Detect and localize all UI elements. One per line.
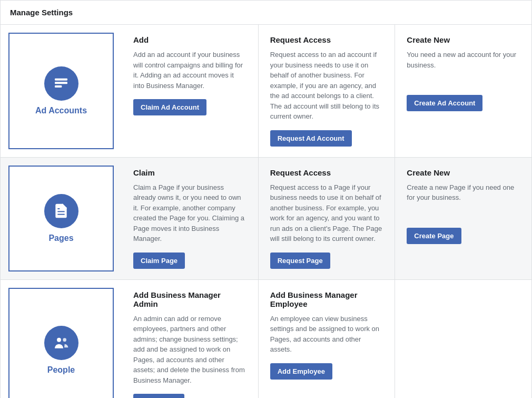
section-people: People Add Business Manager Admin An adm… (1, 280, 531, 399)
ad-accounts-label: Ad Accounts (35, 106, 87, 115)
section-pages: Pages Claim Claim a Page if your busines… (1, 158, 531, 280)
ad-accounts-create-col: Create New You need a new ad account for… (395, 25, 531, 157)
people-employee-desc: An employee can view business settings a… (270, 314, 383, 355)
claim-ad-account-button[interactable]: Claim Ad Account (133, 99, 206, 115)
request-ad-account-button[interactable]: Request Ad Account (270, 130, 352, 147)
ad-accounts-request-col: Request Access Request access to an ad a… (258, 25, 395, 157)
pages-create-title: Create New (407, 168, 520, 177)
people-icon-area: People (8, 288, 114, 399)
pages-icon (53, 202, 70, 219)
pages-claim-title: Claim (133, 168, 247, 177)
svg-rect-2 (55, 85, 62, 88)
svg-point-5 (57, 338, 61, 342)
svg-point-6 (63, 338, 66, 342)
ad-accounts-columns: Add Add an ad account if your business w… (122, 25, 531, 157)
pages-icon-area: Pages (8, 166, 114, 271)
people-icon (53, 334, 70, 351)
ad-accounts-add-col: Add Add an ad account if your business w… (122, 25, 258, 157)
people-admin-desc: An admin can add or remove employees, pa… (133, 314, 247, 386)
create-page-button[interactable]: Create Page (407, 228, 461, 244)
pages-claim-col: Claim Claim a Page if your business alre… (122, 158, 258, 279)
pages-create-desc: Create a new Page if you need one for yo… (407, 182, 520, 219)
svg-rect-0 (55, 79, 67, 81)
people-employee-title: Add Business Manager Employee (270, 290, 383, 308)
pages-request-desc: Request access to a Page if your busines… (270, 182, 383, 244)
request-page-button[interactable]: Request Page (270, 253, 330, 269)
ad-accounts-icon (53, 75, 70, 92)
people-admin-col: Add Business Manager Admin An admin can … (122, 280, 258, 399)
add-admin-button[interactable]: Add Admin (133, 394, 184, 398)
pages-label: Pages (48, 234, 73, 243)
people-icon-circle (44, 326, 78, 360)
section-ad-accounts: Ad Accounts Add Add an ad account if you… (1, 25, 531, 158)
ad-accounts-icon-circle (44, 66, 78, 101)
manage-settings-header: Manage Settings (1, 1, 531, 25)
ad-accounts-icon-area: Ad Accounts (8, 33, 114, 149)
pages-request-col: Request Access Request access to a Page … (258, 158, 395, 279)
people-columns: Add Business Manager Admin An admin can … (122, 280, 531, 399)
claim-page-button[interactable]: Claim Page (133, 253, 185, 269)
ad-accounts-request-desc: Request access to an ad account if your … (270, 50, 383, 122)
people-empty-col (395, 280, 531, 399)
people-employee-col: Add Business Manager Employee An employe… (258, 280, 395, 399)
ad-accounts-create-title: Create New (407, 35, 520, 44)
ad-accounts-create-desc: You need a new ad account for your busin… (407, 50, 520, 86)
people-admin-title: Add Business Manager Admin (133, 290, 247, 308)
pages-create-col: Create New Create a new Page if you need… (395, 158, 531, 279)
ad-accounts-add-desc: Add an ad account if your business will … (133, 50, 247, 91)
pages-claim-desc: Claim a Page if your business already ow… (133, 182, 247, 244)
create-ad-account-button[interactable]: Create Ad Account (407, 95, 482, 111)
ad-accounts-add-title: Add (133, 35, 247, 44)
pages-columns: Claim Claim a Page if your business alre… (122, 158, 531, 279)
page-wrapper: Manage Settings Ad Accounts Add Add an a… (0, 0, 532, 398)
people-label: People (47, 365, 75, 375)
add-employee-button[interactable]: Add Employee (270, 363, 332, 380)
svg-rect-1 (55, 82, 67, 84)
page-title: Manage Settings (10, 8, 522, 17)
ad-accounts-request-title: Request Access (270, 35, 383, 44)
pages-icon-circle (44, 194, 78, 228)
pages-request-title: Request Access (270, 168, 383, 177)
